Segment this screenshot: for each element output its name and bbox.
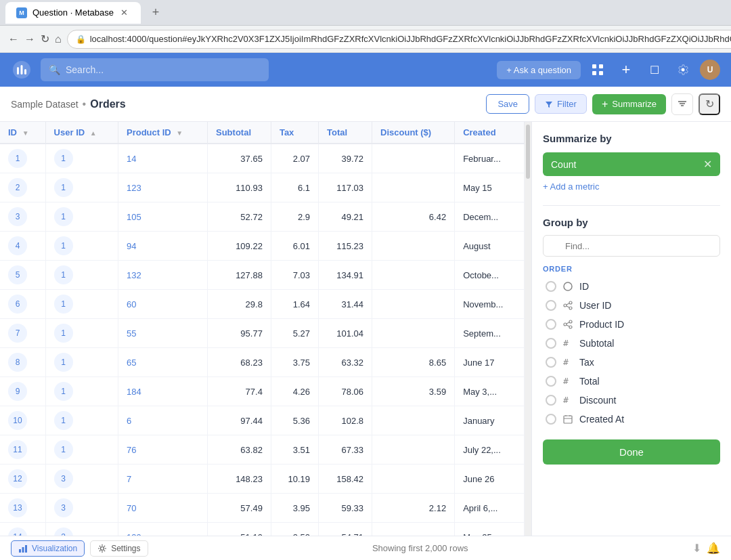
group-item-label: User ID <box>579 300 611 311</box>
add-icon[interactable]: + <box>615 58 638 81</box>
count-metric-chip[interactable]: Count ✕ <box>543 152 720 176</box>
col-header-total[interactable]: Total <box>319 122 372 144</box>
reload-button[interactable]: ↻ <box>41 30 49 49</box>
group-item-id[interactable]: ID <box>543 277 720 296</box>
group-item-tax[interactable]: # Tax <box>543 353 720 372</box>
cell-created: April 6,... <box>455 494 525 523</box>
cell-product-id: 14 <box>118 144 207 173</box>
summarize-by-title: Summarize by <box>543 133 720 144</box>
group-item-user-id[interactable]: User ID <box>543 296 720 315</box>
table-row: 8 1 65 68.23 3.75 63.32 8.65 June 17 <box>0 348 525 377</box>
group-search-input[interactable] <box>543 235 720 257</box>
apps-grid-icon[interactable] <box>586 58 609 81</box>
forward-button[interactable]: → <box>24 30 35 49</box>
cell-created: Novemb... <box>455 290 525 319</box>
group-item-product-id[interactable]: Product ID <box>543 315 720 334</box>
cell-total: 54.71 <box>319 523 372 536</box>
cell-total: 31.44 <box>319 290 372 319</box>
svg-text:#: # <box>563 339 569 348</box>
svg-text:#: # <box>563 395 569 405</box>
visualization-button[interactable]: Visualization <box>11 540 85 557</box>
group-item-total[interactable]: # Total <box>543 372 720 391</box>
cell-discount <box>372 144 455 173</box>
col-header-tax[interactable]: Tax <box>271 122 318 144</box>
col-header-created[interactable]: Created <box>455 122 525 144</box>
group-item-label: Total <box>579 376 600 387</box>
col-header-product-id[interactable]: Product ID ▼ <box>118 122 207 144</box>
group-item-subtotal[interactable]: # Subtotal <box>543 334 720 353</box>
cell-subtotal: 77.4 <box>208 377 271 406</box>
cell-user-id: 1 <box>45 348 118 377</box>
group-item-type-icon: # <box>562 337 574 349</box>
alert-icon[interactable]: 🔔 <box>707 542 720 555</box>
refresh-button[interactable]: ↻ <box>699 93 720 115</box>
summarize-button[interactable]: + Summarize <box>592 94 666 114</box>
cell-created: May 15 <box>455 173 525 202</box>
col-header-discount[interactable]: Discount ($) <box>372 122 455 144</box>
summarize-panel: Summarize by Count ✕ + Add a metric Grou… <box>531 122 731 536</box>
remove-metric-button[interactable]: ✕ <box>703 158 712 171</box>
main-content: ID ▼ User ID ▲ Product ID ▼ Subtotal Tax… <box>0 122 731 536</box>
svg-text:#: # <box>563 358 569 367</box>
svg-point-10 <box>564 304 567 307</box>
cell-product-id: 184 <box>118 377 207 406</box>
cell-user-id: 1 <box>45 406 118 435</box>
cell-tax: 6.01 <box>271 232 318 261</box>
back-button[interactable]: ← <box>8 30 19 49</box>
ask-question-button[interactable]: + Ask a question <box>497 61 581 79</box>
group-item-created-at[interactable]: Created At <box>543 410 720 429</box>
svg-point-14 <box>569 326 572 328</box>
svg-rect-4 <box>592 64 596 68</box>
add-metric-button[interactable]: + Add a metric <box>543 181 720 192</box>
group-item-type-icon <box>562 280 574 293</box>
cell-product-id: 70 <box>118 494 207 523</box>
scrollbar-thumb[interactable] <box>526 125 530 179</box>
home-button[interactable]: ⌂ <box>55 30 62 49</box>
settings-button[interactable]: Settings <box>90 540 148 557</box>
search-bar[interactable]: 🔍 Search... <box>41 58 269 81</box>
group-item-label: ID <box>579 281 589 292</box>
cell-product-id: 123 <box>118 173 207 202</box>
cell-product-id: 6 <box>118 406 207 435</box>
cell-user-id: 1 <box>45 202 118 232</box>
filter-button[interactable]: Filter <box>535 94 587 114</box>
cell-user-id: 1 <box>45 173 118 202</box>
cell-subtotal: 51.19 <box>208 523 271 536</box>
cell-product-id: 139 <box>118 523 207 536</box>
vertical-scrollbar[interactable] <box>525 122 531 536</box>
user-avatar[interactable]: U <box>700 60 720 80</box>
cell-total: 67.33 <box>319 435 372 465</box>
svg-point-8 <box>564 282 572 290</box>
group-item-radio <box>546 319 556 330</box>
app-logo[interactable] <box>11 59 32 81</box>
cell-user-id: 3 <box>45 523 118 536</box>
cell-discount: 8.65 <box>372 348 455 377</box>
panel-divider <box>543 205 720 206</box>
save-button[interactable]: Save <box>486 94 529 114</box>
cell-tax: 2.07 <box>271 144 318 173</box>
data-table-container[interactable]: ID ▼ User ID ▲ Product ID ▼ Subtotal Tax… <box>0 122 525 536</box>
table-row: 3 1 105 52.72 2.9 49.21 6.42 Decem... <box>0 202 525 232</box>
dataset-link[interactable]: Sample Dataset <box>11 99 79 110</box>
col-header-subtotal[interactable]: Subtotal <box>208 122 271 144</box>
bookmark-header-icon[interactable]: ☐ <box>643 58 666 81</box>
table-row: 6 1 60 29.8 1.64 31.44 Novemb... <box>0 290 525 319</box>
cell-subtotal: 109.22 <box>208 232 271 261</box>
new-tab-button[interactable]: + <box>146 3 165 22</box>
col-header-id[interactable]: ID ▼ <box>0 122 45 144</box>
tab-favicon: M <box>16 7 27 18</box>
browser-tab[interactable]: M Question · Metabase ✕ <box>5 2 141 24</box>
group-item-type-icon <box>562 299 574 311</box>
group-item-discount[interactable]: # Discount <box>543 391 720 410</box>
cell-user-id: 1 <box>45 435 118 465</box>
cell-user-id: 1 <box>45 144 118 173</box>
table-row: 9 1 184 77.4 4.26 78.06 3.59 May 3,... <box>0 377 525 406</box>
tab-close-button[interactable]: ✕ <box>119 7 130 18</box>
col-header-user-id[interactable]: User ID ▲ <box>45 122 118 144</box>
address-bar[interactable]: 🔒 localhost:4000/question#eyJkYXRhc2V0X3… <box>67 30 731 49</box>
done-button[interactable]: Done <box>543 439 720 465</box>
sort-button[interactable] <box>671 93 693 115</box>
download-icon[interactable]: ⬇ <box>692 542 701 555</box>
settings-icon[interactable] <box>671 58 694 81</box>
table-row: 10 1 6 97.44 5.36 102.8 January <box>0 406 525 435</box>
